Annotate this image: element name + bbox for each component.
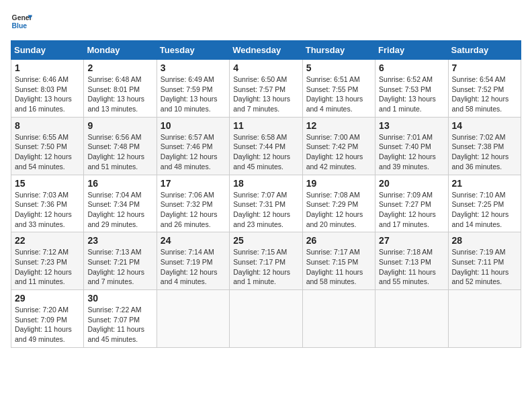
- table-row: 3Sunrise: 6:49 AM Sunset: 7:59 PM Daylig…: [157, 60, 229, 118]
- day-info: Sunrise: 7:06 AM Sunset: 7:32 PM Dayligh…: [161, 190, 226, 230]
- table-row: 19Sunrise: 7:08 AM Sunset: 7:29 PM Dayli…: [302, 175, 375, 232]
- table-row: 4Sunrise: 6:50 AM Sunset: 7:57 PM Daylig…: [230, 60, 302, 118]
- day-info: Sunrise: 7:18 AM Sunset: 7:13 PM Dayligh…: [379, 247, 444, 287]
- col-header-thursday: Thursday: [302, 41, 375, 60]
- col-header-saturday: Saturday: [448, 41, 521, 60]
- day-info: Sunrise: 6:49 AM Sunset: 7:59 PM Dayligh…: [161, 75, 226, 114]
- day-number: 10: [161, 120, 226, 131]
- table-row: 30Sunrise: 7:22 AM Sunset: 7:07 PM Dayli…: [84, 290, 157, 348]
- table-row: 15Sunrise: 7:03 AM Sunset: 7:36 PM Dayli…: [11, 175, 84, 232]
- col-header-tuesday: Tuesday: [157, 41, 229, 60]
- day-number: 1: [15, 62, 80, 73]
- table-row: 5Sunrise: 6:51 AM Sunset: 7:55 PM Daylig…: [302, 60, 375, 118]
- table-row: 13Sunrise: 7:01 AM Sunset: 7:40 PM Dayli…: [375, 117, 448, 175]
- table-row: 28Sunrise: 7:19 AM Sunset: 7:11 PM Dayli…: [448, 232, 521, 290]
- day-info: Sunrise: 6:46 AM Sunset: 8:03 PM Dayligh…: [15, 75, 80, 114]
- day-number: 9: [87, 120, 152, 131]
- day-info: Sunrise: 6:55 AM Sunset: 7:50 PM Dayligh…: [15, 132, 80, 172]
- table-row: 26Sunrise: 7:17 AM Sunset: 7:15 PM Dayli…: [302, 232, 375, 290]
- day-number: 25: [233, 235, 298, 246]
- table-row: 1Sunrise: 6:46 AM Sunset: 8:03 PM Daylig…: [11, 60, 84, 118]
- table-row: [230, 290, 302, 348]
- day-number: 6: [379, 62, 444, 73]
- day-info: Sunrise: 6:51 AM Sunset: 7:55 PM Dayligh…: [306, 75, 371, 114]
- day-info: Sunrise: 7:09 AM Sunset: 7:27 PM Dayligh…: [379, 190, 444, 230]
- day-number: 5: [306, 62, 371, 73]
- day-info: Sunrise: 7:19 AM Sunset: 7:11 PM Dayligh…: [452, 247, 517, 287]
- table-row: 17Sunrise: 7:06 AM Sunset: 7:32 PM Dayli…: [157, 175, 229, 232]
- day-number: 2: [87, 62, 152, 73]
- table-row: 21Sunrise: 7:10 AM Sunset: 7:25 PM Dayli…: [448, 175, 521, 232]
- day-number: 21: [452, 178, 517, 189]
- day-info: Sunrise: 7:08 AM Sunset: 7:29 PM Dayligh…: [306, 190, 371, 230]
- day-info: Sunrise: 7:07 AM Sunset: 7:31 PM Dayligh…: [233, 190, 298, 230]
- day-info: Sunrise: 6:57 AM Sunset: 7:46 PM Dayligh…: [161, 132, 226, 172]
- svg-text:Blue: Blue: [12, 22, 28, 30]
- day-info: Sunrise: 7:02 AM Sunset: 7:38 PM Dayligh…: [452, 132, 517, 172]
- day-number: 7: [452, 62, 517, 73]
- day-number: 14: [452, 120, 517, 131]
- table-row: 27Sunrise: 7:18 AM Sunset: 7:13 PM Dayli…: [375, 232, 448, 290]
- day-info: Sunrise: 7:15 AM Sunset: 7:17 PM Dayligh…: [233, 247, 298, 287]
- day-number: 20: [379, 178, 444, 189]
- day-info: Sunrise: 7:00 AM Sunset: 7:42 PM Dayligh…: [306, 132, 371, 172]
- day-number: 28: [452, 235, 517, 246]
- day-number: 3: [161, 62, 226, 73]
- day-info: Sunrise: 6:52 AM Sunset: 7:53 PM Dayligh…: [379, 75, 444, 114]
- day-number: 13: [379, 120, 444, 131]
- day-number: 30: [87, 293, 152, 304]
- day-info: Sunrise: 7:10 AM Sunset: 7:25 PM Dayligh…: [452, 190, 517, 230]
- day-number: 19: [306, 178, 371, 189]
- day-number: 29: [15, 293, 80, 304]
- day-info: Sunrise: 7:20 AM Sunset: 7:09 PM Dayligh…: [15, 305, 80, 345]
- table-row: 12Sunrise: 7:00 AM Sunset: 7:42 PM Dayli…: [302, 117, 375, 175]
- table-row: 25Sunrise: 7:15 AM Sunset: 7:17 PM Dayli…: [230, 232, 302, 290]
- day-info: Sunrise: 7:13 AM Sunset: 7:21 PM Dayligh…: [87, 247, 152, 287]
- day-number: 26: [306, 235, 371, 246]
- col-header-sunday: Sunday: [11, 41, 84, 60]
- col-header-wednesday: Wednesday: [230, 41, 302, 60]
- day-info: Sunrise: 7:12 AM Sunset: 7:23 PM Dayligh…: [15, 247, 80, 287]
- day-number: 17: [161, 178, 226, 189]
- day-number: 11: [233, 120, 298, 131]
- col-header-monday: Monday: [84, 41, 157, 60]
- day-number: 8: [15, 120, 80, 131]
- day-info: Sunrise: 6:50 AM Sunset: 7:57 PM Dayligh…: [233, 75, 298, 114]
- day-info: Sunrise: 7:03 AM Sunset: 7:36 PM Dayligh…: [15, 190, 80, 230]
- day-info: Sunrise: 7:22 AM Sunset: 7:07 PM Dayligh…: [87, 305, 152, 345]
- day-info: Sunrise: 6:56 AM Sunset: 7:48 PM Dayligh…: [87, 132, 152, 172]
- table-row: 22Sunrise: 7:12 AM Sunset: 7:23 PM Dayli…: [11, 232, 84, 290]
- table-row: 14Sunrise: 7:02 AM Sunset: 7:38 PM Dayli…: [448, 117, 521, 175]
- col-header-friday: Friday: [375, 41, 448, 60]
- table-row: 24Sunrise: 7:14 AM Sunset: 7:19 PM Dayli…: [157, 232, 229, 290]
- day-number: 4: [233, 62, 298, 73]
- day-number: 24: [161, 235, 226, 246]
- logo-icon: General Blue: [11, 11, 32, 32]
- day-info: Sunrise: 6:58 AM Sunset: 7:44 PM Dayligh…: [233, 132, 298, 172]
- logo: General Blue: [11, 11, 32, 32]
- day-info: Sunrise: 7:04 AM Sunset: 7:34 PM Dayligh…: [87, 190, 152, 230]
- header: General Blue: [11, 11, 521, 32]
- table-row: 6Sunrise: 6:52 AM Sunset: 7:53 PM Daylig…: [375, 60, 448, 118]
- day-number: 12: [306, 120, 371, 131]
- table-row: 20Sunrise: 7:09 AM Sunset: 7:27 PM Dayli…: [375, 175, 448, 232]
- day-info: Sunrise: 7:14 AM Sunset: 7:19 PM Dayligh…: [161, 247, 226, 287]
- day-info: Sunrise: 6:54 AM Sunset: 7:52 PM Dayligh…: [452, 75, 517, 114]
- table-row: 10Sunrise: 6:57 AM Sunset: 7:46 PM Dayli…: [157, 117, 229, 175]
- table-row: 2Sunrise: 6:48 AM Sunset: 8:01 PM Daylig…: [84, 60, 157, 118]
- calendar-table: SundayMondayTuesdayWednesdayThursdayFrid…: [11, 40, 521, 348]
- table-row: 18Sunrise: 7:07 AM Sunset: 7:31 PM Dayli…: [230, 175, 302, 232]
- day-info: Sunrise: 7:17 AM Sunset: 7:15 PM Dayligh…: [306, 247, 371, 287]
- table-row: 29Sunrise: 7:20 AM Sunset: 7:09 PM Dayli…: [11, 290, 84, 348]
- day-info: Sunrise: 6:48 AM Sunset: 8:01 PM Dayligh…: [87, 75, 152, 114]
- table-row: 9Sunrise: 6:56 AM Sunset: 7:48 PM Daylig…: [84, 117, 157, 175]
- table-row: [448, 290, 521, 348]
- table-row: [375, 290, 448, 348]
- table-row: 11Sunrise: 6:58 AM Sunset: 7:44 PM Dayli…: [230, 117, 302, 175]
- day-number: 22: [15, 235, 80, 246]
- table-row: 16Sunrise: 7:04 AM Sunset: 7:34 PM Dayli…: [84, 175, 157, 232]
- table-row: [157, 290, 229, 348]
- table-row: 23Sunrise: 7:13 AM Sunset: 7:21 PM Dayli…: [84, 232, 157, 290]
- day-number: 23: [87, 235, 152, 246]
- day-number: 27: [379, 235, 444, 246]
